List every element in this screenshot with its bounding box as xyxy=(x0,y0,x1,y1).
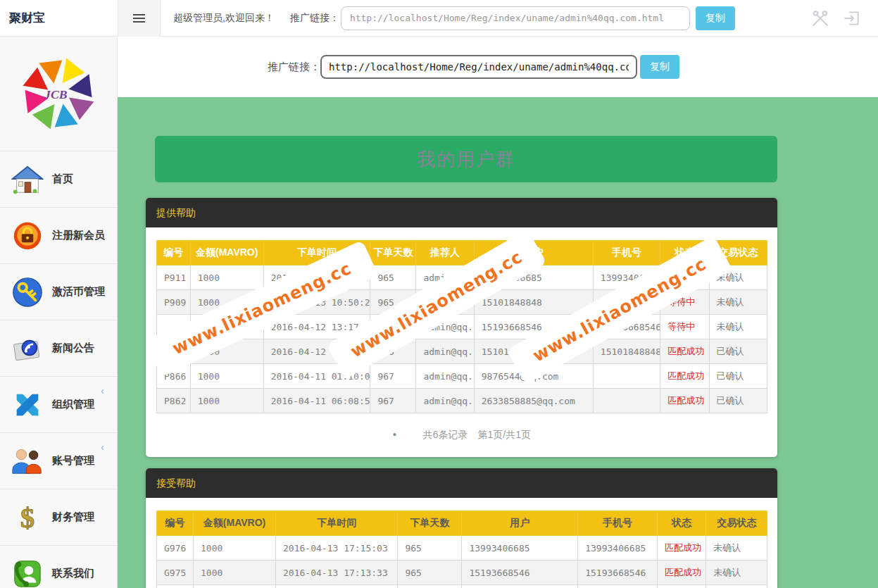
column-header: 用户 xyxy=(462,511,578,536)
receive-help-table: 编号金额(MAVRO)下单时间下单天数用户手机号状态交易状态G976100020… xyxy=(156,511,767,588)
topbar: 聚财宝 超级管理员,欢迎回来！ 推广链接： 复制 xyxy=(0,0,878,37)
promo-bar: 推广链接： 复制 xyxy=(118,37,878,97)
table-cell: 15193668546 xyxy=(578,561,658,585)
sidebar-item-label: 激活币管理 xyxy=(52,285,105,299)
sidebar-item-activation-coin[interactable]: 激活币管理 xyxy=(0,264,117,320)
sidebar-item-label: 组织管理 xyxy=(52,398,94,411)
pagination-text: 共6条记录 第1页/共1页 xyxy=(423,429,531,440)
table-cell: 匹配成功 xyxy=(660,389,709,413)
svg-text:JCB: JCB xyxy=(44,87,68,101)
sidebar-item-home[interactable]: 首页 xyxy=(0,151,117,208)
table-cell: 1000 xyxy=(190,389,263,413)
sidebar-item-register-member[interactable]: 注册新会员 xyxy=(0,208,117,264)
promo-link-label: 推广链接： xyxy=(268,61,320,74)
logout-icon[interactable] xyxy=(843,9,861,27)
column-header: 下单天数 xyxy=(398,511,462,536)
table-cell: 15101848848 xyxy=(593,290,660,315)
table-cell: 未确认 xyxy=(706,536,767,561)
promo-link-input[interactable] xyxy=(320,55,637,79)
table-cell: admin@qq.com xyxy=(416,290,474,315)
table-cell: 965 xyxy=(370,290,416,315)
panel-title: 提供帮助 xyxy=(146,198,777,227)
table-cell: 2016-04-12 13:17:55 xyxy=(263,315,370,339)
column-header: 金额(MAVRO) xyxy=(190,241,263,265)
table-cell: 已确认 xyxy=(709,339,767,364)
content-area: 我的用户群 提供帮助 编号金额(MAVRO)下单时间下单天数推荐人用户手机号状态… xyxy=(118,97,878,588)
table-cell: 已确认 xyxy=(709,389,767,413)
column-header: 状态 xyxy=(657,511,705,536)
table-cell: 匹配成功 xyxy=(657,561,705,585)
copy-button[interactable]: 复制 xyxy=(640,55,679,79)
table-cell: 966 xyxy=(370,339,416,364)
table-cell: 等待中 xyxy=(660,315,709,339)
table-cell: 2016-04-13 10:50:25 xyxy=(263,290,370,315)
table-cell: 未确认 xyxy=(709,315,767,339)
table-row: P91110002016-04-13 15:23:59965admin@qq.c… xyxy=(157,265,767,290)
table-cell: 13993406685 xyxy=(578,536,658,561)
table-cell: 15193668546 xyxy=(474,315,593,339)
users-icon xyxy=(10,444,45,479)
svg-text:$: $ xyxy=(20,502,35,534)
table-row: G97610002016-04-13 17:15:039651399340668… xyxy=(157,536,767,561)
table-cell: 2016-04-11 06:08:50 xyxy=(263,389,370,413)
table-cell xyxy=(657,585,705,588)
copy-button[interactable]: 复制 xyxy=(696,6,735,30)
column-header: 编号 xyxy=(157,511,194,536)
column-header: 用户 xyxy=(474,241,593,265)
pinwheel-logo-icon: JCB xyxy=(19,54,98,133)
sidebar-item-finance[interactable]: $ 财务管理 xyxy=(0,489,117,546)
chevron-left-icon: ‹ xyxy=(101,385,104,396)
table-header-row: 编号金额(MAVRO)下单时间下单天数用户手机号状态交易状态 xyxy=(157,511,767,536)
contact-icon xyxy=(10,556,45,588)
promo-link-input[interactable] xyxy=(341,6,690,30)
table-row: G97510002016-04-13 17:13:339651519366854… xyxy=(157,561,767,585)
table-cell: 匹配成功 xyxy=(657,536,705,561)
table-cell: 15101848848 xyxy=(593,339,660,364)
table-cell: 未确认 xyxy=(706,561,767,585)
table-header-row: 编号金额(MAVRO)下单时间下单天数推荐人用户手机号状态交易状态 xyxy=(157,241,767,265)
table-cell: 匹配成功 xyxy=(660,339,709,364)
column-header: 编号 xyxy=(157,241,191,265)
sidebar-item-news[interactable]: 新闻公告 xyxy=(0,320,117,377)
sidebar: JCB 首页 xyxy=(0,37,118,588)
sidebar-item-label: 联系我们 xyxy=(52,567,94,580)
column-header: 下单天数 xyxy=(370,241,416,265)
column-header: 手机号 xyxy=(593,241,660,265)
table-cell: 15101848848 xyxy=(474,290,593,315)
table-cell xyxy=(276,585,398,588)
table-cell: 965 xyxy=(370,265,416,290)
table-cell: 2633858885@qq.com xyxy=(474,389,593,413)
table-cell: 1000 xyxy=(190,290,263,315)
sidebar-item-label: 账号管理 xyxy=(52,454,94,468)
key-icon xyxy=(10,275,45,310)
menu-toggle-button[interactable] xyxy=(118,0,161,37)
table-row: P86810002016-04-12 09:46:11966admin@qq.c… xyxy=(157,339,767,364)
page-root: 聚财宝 超级管理员,欢迎回来！ 推广链接： 复制 xyxy=(0,0,878,588)
table-cell: 2016-04-12 09:46:11 xyxy=(263,339,370,364)
table-cell: 13993406685 xyxy=(593,265,660,290)
sidebar-item-label: 首页 xyxy=(52,173,73,186)
lock-icon xyxy=(10,218,45,254)
table-cell: G976 xyxy=(157,536,194,561)
table-cell: 已确认 xyxy=(709,364,767,389)
tools-icon[interactable] xyxy=(810,8,830,28)
table-cell: 未确认 xyxy=(709,265,767,290)
table-cell xyxy=(462,585,578,588)
table-cell: 13993406685 xyxy=(474,265,593,290)
provide-help-table: 编号金额(MAVRO)下单时间下单天数推荐人用户手机号状态交易状态P911100… xyxy=(156,240,767,413)
table-cell: 2016-04-13 17:13:33 xyxy=(276,561,398,585)
table-cell xyxy=(706,585,767,588)
table-cell: 966 xyxy=(370,315,416,339)
table-cell xyxy=(593,364,660,389)
table-cell: 等待中 xyxy=(660,290,709,315)
table-cell: 1000 xyxy=(190,339,263,364)
table-cell: 未确认 xyxy=(709,290,767,315)
column-header: 交易状态 xyxy=(709,241,767,265)
sidebar-item-contact[interactable]: 联系我们 xyxy=(0,546,117,588)
table-cell xyxy=(578,585,658,588)
sidebar-item-organization[interactable]: 组织管理 ‹ xyxy=(0,377,117,433)
table-cell: 9876544@qq.com xyxy=(474,364,593,389)
table-cell: P868 xyxy=(157,339,191,364)
sidebar-item-accounts[interactable]: 账号管理 ‹ xyxy=(0,433,117,489)
table-cell xyxy=(194,585,276,588)
